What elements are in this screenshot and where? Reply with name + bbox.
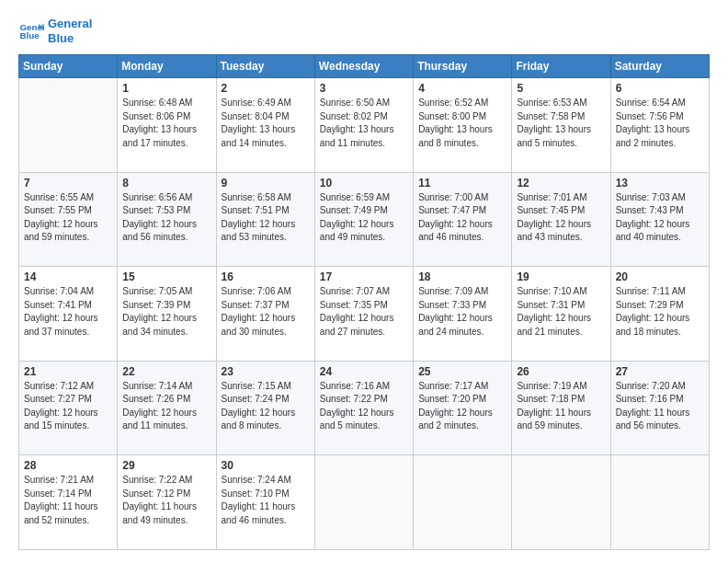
day-info: Sunrise: 6:59 AM Sunset: 7:49 PM Dayligh…	[320, 191, 408, 245]
day-info: Sunrise: 7:24 AM Sunset: 7:10 PM Dayligh…	[222, 474, 310, 527]
day-info: Sunrise: 7:16 AM Sunset: 7:22 PM Dayligh…	[320, 380, 408, 433]
week-row-1: 1Sunrise: 6:48 AM Sunset: 8:06 PM Daylig…	[19, 78, 710, 173]
day-info: Sunrise: 7:21 AM Sunset: 7:14 PM Dayligh…	[24, 474, 112, 527]
day-number: 11	[418, 177, 506, 190]
day-of-week-wednesday: Wednesday	[314, 55, 413, 78]
day-number: 30	[222, 459, 310, 472]
day-info: Sunrise: 6:53 AM Sunset: 7:58 PM Dayligh…	[517, 97, 605, 150]
logo-general: General	[48, 17, 92, 31]
day-of-week-sunday: Sunday	[19, 55, 118, 78]
calendar-cell	[314, 455, 413, 550]
calendar-cell: 14Sunrise: 7:04 AM Sunset: 7:41 PM Dayli…	[19, 267, 118, 362]
week-row-3: 14Sunrise: 7:04 AM Sunset: 7:41 PM Dayli…	[19, 267, 710, 362]
day-of-week-tuesday: Tuesday	[216, 55, 314, 78]
day-number: 28	[24, 459, 112, 472]
day-number: 2	[222, 82, 310, 95]
calendar-cell: 10Sunrise: 6:59 AM Sunset: 7:49 PM Dayli…	[314, 172, 413, 267]
day-info: Sunrise: 6:52 AM Sunset: 8:00 PM Dayligh…	[418, 97, 506, 150]
calendar-cell: 20Sunrise: 7:11 AM Sunset: 7:29 PM Dayli…	[610, 267, 709, 362]
days-of-week-row: SundayMondayTuesdayWednesdayThursdayFrid…	[19, 55, 710, 78]
day-info: Sunrise: 7:00 AM Sunset: 7:47 PM Dayligh…	[418, 191, 506, 245]
calendar-cell	[414, 455, 512, 550]
svg-text:Blue: Blue	[19, 30, 40, 40]
calendar-cell: 26Sunrise: 7:19 AM Sunset: 7:18 PM Dayli…	[512, 361, 610, 455]
day-info: Sunrise: 7:01 AM Sunset: 7:45 PM Dayligh…	[517, 191, 605, 245]
calendar-cell: 16Sunrise: 7:06 AM Sunset: 7:37 PM Dayli…	[216, 267, 314, 362]
day-info: Sunrise: 6:54 AM Sunset: 7:56 PM Dayligh…	[616, 97, 704, 150]
day-number: 15	[122, 270, 210, 283]
logo-icon: General Blue	[18, 18, 44, 44]
day-number: 25	[418, 365, 506, 378]
logo-blue: Blue	[48, 31, 92, 46]
calendar-cell: 1Sunrise: 6:48 AM Sunset: 8:06 PM Daylig…	[118, 78, 216, 173]
calendar-cell: 6Sunrise: 6:54 AM Sunset: 7:56 PM Daylig…	[610, 78, 709, 173]
day-info: Sunrise: 7:04 AM Sunset: 7:41 PM Dayligh…	[24, 285, 112, 339]
calendar-cell: 12Sunrise: 7:01 AM Sunset: 7:45 PM Dayli…	[512, 172, 610, 267]
day-info: Sunrise: 7:07 AM Sunset: 7:35 PM Dayligh…	[320, 285, 408, 339]
day-info: Sunrise: 7:09 AM Sunset: 7:33 PM Dayligh…	[418, 285, 506, 339]
day-number: 29	[122, 459, 210, 472]
day-info: Sunrise: 7:06 AM Sunset: 7:37 PM Dayligh…	[222, 285, 310, 339]
calendar-cell: 3Sunrise: 6:50 AM Sunset: 8:02 PM Daylig…	[314, 78, 413, 173]
day-number: 22	[122, 365, 210, 378]
day-number: 18	[418, 270, 506, 283]
day-info: Sunrise: 7:20 AM Sunset: 7:16 PM Dayligh…	[616, 380, 704, 433]
calendar-cell	[512, 455, 610, 550]
calendar-cell: 13Sunrise: 7:03 AM Sunset: 7:43 PM Dayli…	[610, 172, 709, 267]
day-info: Sunrise: 7:10 AM Sunset: 7:31 PM Dayligh…	[517, 285, 605, 339]
calendar-cell: 11Sunrise: 7:00 AM Sunset: 7:47 PM Dayli…	[414, 172, 512, 267]
day-number: 3	[320, 82, 408, 95]
calendar-cell	[19, 78, 118, 173]
day-number: 19	[517, 270, 605, 283]
day-number: 17	[320, 270, 408, 283]
calendar-cell: 15Sunrise: 7:05 AM Sunset: 7:39 PM Dayli…	[118, 267, 216, 362]
day-number: 5	[517, 82, 605, 95]
calendar-cell	[610, 455, 709, 550]
day-number: 1	[122, 82, 210, 95]
day-info: Sunrise: 6:55 AM Sunset: 7:55 PM Dayligh…	[24, 191, 112, 245]
day-number: 20	[616, 270, 704, 283]
day-number: 10	[320, 177, 408, 190]
day-number: 7	[24, 177, 112, 190]
day-number: 24	[320, 365, 408, 378]
day-of-week-friday: Friday	[512, 55, 610, 78]
day-info: Sunrise: 7:14 AM Sunset: 7:26 PM Dayligh…	[122, 380, 210, 433]
day-number: 14	[24, 270, 112, 283]
calendar-cell: 23Sunrise: 7:15 AM Sunset: 7:24 PM Dayli…	[216, 361, 314, 455]
day-number: 8	[122, 177, 210, 190]
calendar-cell: 17Sunrise: 7:07 AM Sunset: 7:35 PM Dayli…	[314, 267, 413, 362]
day-number: 26	[517, 365, 605, 378]
day-info: Sunrise: 7:05 AM Sunset: 7:39 PM Dayligh…	[122, 285, 210, 339]
calendar-cell: 8Sunrise: 6:56 AM Sunset: 7:53 PM Daylig…	[118, 172, 216, 267]
day-info: Sunrise: 6:58 AM Sunset: 7:51 PM Dayligh…	[222, 191, 310, 245]
calendar-cell: 22Sunrise: 7:14 AM Sunset: 7:26 PM Dayli…	[118, 361, 216, 455]
calendar-cell: 4Sunrise: 6:52 AM Sunset: 8:00 PM Daylig…	[414, 78, 512, 173]
day-number: 21	[24, 365, 112, 378]
calendar-cell: 5Sunrise: 6:53 AM Sunset: 7:58 PM Daylig…	[512, 78, 610, 173]
day-number: 12	[517, 177, 605, 190]
calendar-cell: 27Sunrise: 7:20 AM Sunset: 7:16 PM Dayli…	[610, 361, 709, 455]
day-of-week-thursday: Thursday	[414, 55, 512, 78]
calendar-cell: 2Sunrise: 6:49 AM Sunset: 8:04 PM Daylig…	[216, 78, 314, 173]
day-of-week-monday: Monday	[118, 55, 216, 78]
day-info: Sunrise: 7:12 AM Sunset: 7:27 PM Dayligh…	[24, 380, 112, 433]
calendar-cell: 7Sunrise: 6:55 AM Sunset: 7:55 PM Daylig…	[19, 172, 118, 267]
day-number: 6	[616, 82, 704, 95]
week-row-4: 21Sunrise: 7:12 AM Sunset: 7:27 PM Dayli…	[19, 361, 710, 455]
calendar-cell: 18Sunrise: 7:09 AM Sunset: 7:33 PM Dayli…	[414, 267, 512, 362]
day-of-week-saturday: Saturday	[610, 55, 709, 78]
day-info: Sunrise: 7:19 AM Sunset: 7:18 PM Dayligh…	[517, 380, 605, 433]
day-info: Sunrise: 7:22 AM Sunset: 7:12 PM Dayligh…	[122, 474, 210, 527]
calendar-cell: 30Sunrise: 7:24 AM Sunset: 7:10 PM Dayli…	[216, 455, 314, 550]
day-number: 13	[616, 177, 704, 190]
day-info: Sunrise: 7:15 AM Sunset: 7:24 PM Dayligh…	[222, 380, 310, 433]
calendar-cell: 29Sunrise: 7:22 AM Sunset: 7:12 PM Dayli…	[118, 455, 216, 550]
day-info: Sunrise: 6:49 AM Sunset: 8:04 PM Dayligh…	[222, 97, 310, 150]
calendar-cell: 9Sunrise: 6:58 AM Sunset: 7:51 PM Daylig…	[216, 172, 314, 267]
page-header: General Blue General Blue	[18, 17, 710, 45]
calendar-header: SundayMondayTuesdayWednesdayThursdayFrid…	[19, 55, 710, 78]
logo: General Blue General Blue	[18, 17, 92, 45]
calendar-cell: 28Sunrise: 7:21 AM Sunset: 7:14 PM Dayli…	[19, 455, 118, 550]
day-number: 4	[418, 82, 506, 95]
day-info: Sunrise: 7:11 AM Sunset: 7:29 PM Dayligh…	[616, 285, 704, 339]
